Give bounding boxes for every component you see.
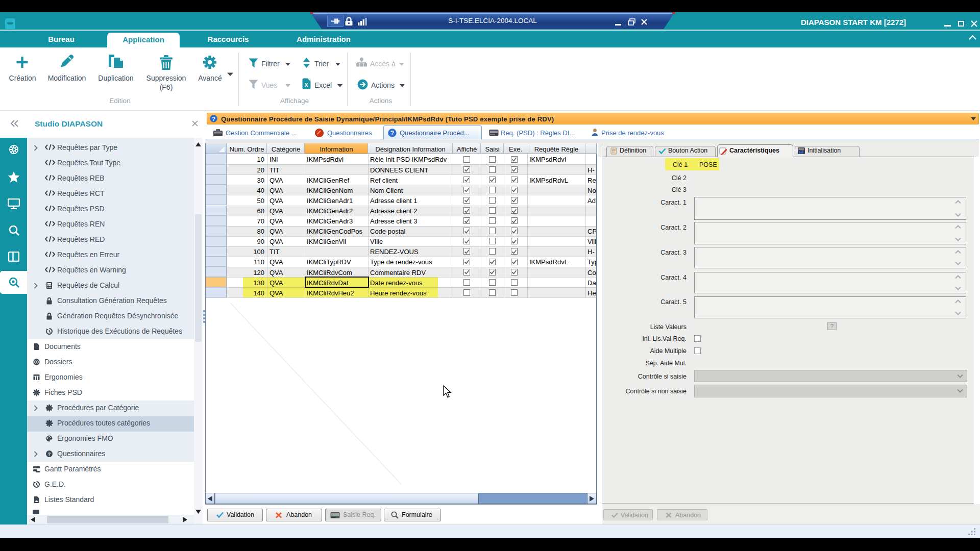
svg-text:?: ? bbox=[212, 116, 215, 122]
svg-text:?: ? bbox=[390, 130, 394, 137]
svg-text:?: ? bbox=[48, 451, 51, 457]
svg-text:x: x bbox=[305, 81, 308, 88]
